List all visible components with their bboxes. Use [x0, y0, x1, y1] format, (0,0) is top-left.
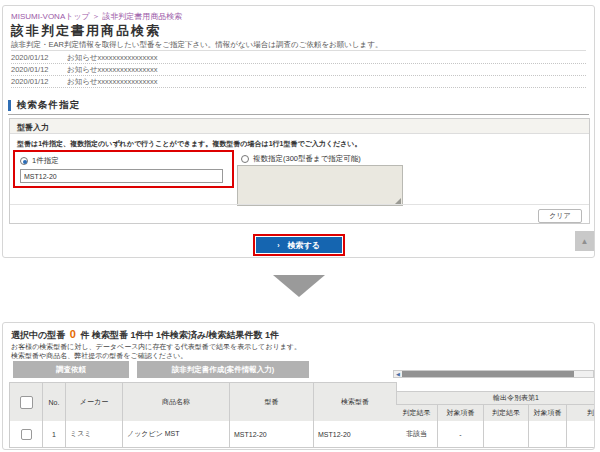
row-checkbox[interactable]: [21, 429, 32, 440]
summary-suffix: 件 検索型番 1件中 1件検索済み/検索結果件数 1件: [80, 330, 279, 340]
model-box-title: 型番入力: [10, 119, 589, 134]
selected-count: 0: [68, 328, 78, 340]
radio-multi-label: 複数指定(300型番まで指定可能): [253, 154, 361, 164]
summary-prefix: 選択中の型番: [11, 330, 65, 340]
search-button-label: 検索する: [287, 240, 319, 251]
single-input-highlight-box: 1件指定: [13, 150, 234, 188]
row-result: [567, 421, 595, 448]
news-text: お知らせxxxxxxxxxxxxxxxx: [67, 53, 158, 63]
news-date: 2020/01/12: [11, 77, 55, 86]
breadcrumb: MISUMI-VONAトップ ＞ 該非判定書用商品検索: [11, 11, 182, 22]
row-target: [529, 421, 567, 448]
table-row: 1 ミスミ ノックピン MST MST12-20 MST12-20: [9, 421, 397, 448]
scroll-to-top-button[interactable]: ▲: [575, 231, 594, 251]
radio-single-label: 1件指定: [32, 156, 59, 166]
row-model: MST12-20: [230, 421, 314, 448]
section-accent-bar: [8, 100, 11, 111]
multi-model-textarea[interactable]: [237, 165, 403, 206]
radio-single-option[interactable]: 1件指定: [20, 156, 232, 166]
search-result-panel: 選択中の型番 0 件 検索型番 1件中 1件検索済み/検索結果件数 1件 お客様…: [2, 322, 595, 450]
header-checkbox-cell: [10, 383, 43, 422]
row-result: [484, 421, 529, 448]
subheader-result: 判定結果: [396, 405, 438, 422]
row-no: 1: [43, 421, 66, 448]
header-model: 型番: [230, 383, 314, 422]
table-header-row: No. メーカー 商品名称 型番 検索型番: [9, 382, 397, 422]
news-item[interactable]: 2020/01/12 お知らせxxxxxxxxxxxxxxxx: [11, 76, 586, 88]
scrollbar-thumb[interactable]: [402, 371, 574, 377]
breadcrumb-current: 該非判定書用商品検索: [102, 12, 182, 21]
news-item[interactable]: 2020/01/12 お知らせxxxxxxxxxxxxxxxx: [11, 52, 586, 64]
row-target: -: [438, 421, 484, 448]
breadcrumb-home-link[interactable]: MISUMI-VONAトップ: [11, 12, 90, 21]
news-item[interactable]: 2020/01/12 お知らせxxxxxxxxxxxxxxxx: [11, 64, 586, 76]
news-date: 2020/01/12: [11, 65, 55, 74]
row-maker: ミスミ: [66, 421, 123, 448]
divider: [10, 204, 589, 205]
news-text: お知らせxxxxxxxxxxxxxxxx: [67, 65, 158, 75]
result-note: 検索型番や商品名、弊社提示の型番をご確認ください。: [11, 351, 187, 361]
table-horizontal-scrollbar[interactable]: ◀: [393, 370, 594, 378]
radio-unselected-icon[interactable]: [241, 155, 249, 163]
page-lead-text: 該非判定・EAR判定情報を取得したい型番をご指定下さい。情報がない場合は調査のご…: [11, 40, 382, 50]
news-date: 2020/01/12: [11, 53, 55, 62]
header-group-export-list: 輸出令別表第1: [396, 391, 595, 404]
divider: [11, 50, 586, 51]
row-checkbox-cell: [10, 421, 43, 448]
page-title: 該非判定書用商品検索: [11, 22, 161, 40]
row-product-name: ノックピン MST: [123, 421, 230, 448]
header-search-model: 検索型番: [314, 383, 397, 422]
header-product-name: 商品名称: [123, 383, 230, 422]
chevron-right-icon: ›: [277, 242, 279, 249]
scrollbar-left-arrow-icon[interactable]: ◀: [394, 371, 402, 377]
search-button[interactable]: › 検索する: [256, 237, 342, 253]
section-underline: [8, 114, 589, 115]
subheader-result: 判定結果: [567, 405, 595, 422]
search-button-highlight-box: › 検索する: [253, 234, 345, 256]
section-header-search-conditions: 検索条件指定: [8, 99, 80, 112]
clear-button[interactable]: クリア: [538, 209, 582, 223]
radio-multi-option[interactable]: 複数指定(300型番まで指定可能): [241, 154, 361, 164]
table-row-judgement-cells: 非該当 -: [396, 421, 595, 448]
step-down-arrow-icon: [273, 275, 325, 297]
model-number-input[interactable]: [20, 169, 223, 183]
create-judgement-doc-button[interactable]: 該非判定書作成(案件情報入力): [137, 361, 309, 378]
table-subheader-row: 判定結果 対象項番 判定結果 対象項番 判定結果: [396, 404, 595, 422]
result-summary: 選択中の型番 0 件 検索型番 1件中 1件検索済み/検索結果件数 1件: [11, 328, 279, 342]
investigate-request-button[interactable]: 調査依頼: [13, 361, 129, 378]
row-result: 非該当: [396, 421, 438, 448]
arrow-up-icon: ▲: [581, 237, 589, 246]
search-form-panel: MISUMI-VONAトップ ＞ 該非判定書用商品検索 該非判定書用商品検索 該…: [2, 5, 595, 258]
breadcrumb-separator: ＞: [92, 12, 100, 21]
row-search-model: MST12-20: [314, 421, 397, 448]
select-all-checkbox[interactable]: [20, 396, 33, 409]
model-box-instruction: 型番は1件指定、複数指定のいずれかで行うことができます。複数型番の場合は1行1型…: [17, 139, 361, 149]
header-no: No.: [43, 383, 66, 422]
model-number-input-box: 型番入力 型番は1件指定、複数指定のいずれかで行うことができます。複数型番の場合…: [9, 118, 590, 224]
section-title: 検索条件指定: [17, 99, 80, 112]
subheader-target: 対象項番: [438, 405, 484, 422]
header-maker: メーカー: [66, 383, 123, 422]
subheader-target: 対象項番: [529, 405, 567, 422]
news-text: お知らせxxxxxxxxxxxxxxxx: [67, 77, 158, 87]
radio-selected-icon[interactable]: [20, 157, 28, 165]
subheader-result: 判定結果: [484, 405, 529, 422]
screenshot-stage: MISUMI-VONAトップ ＞ 該非判定書用商品検索 該非判定書用商品検索 該…: [0, 0, 600, 452]
